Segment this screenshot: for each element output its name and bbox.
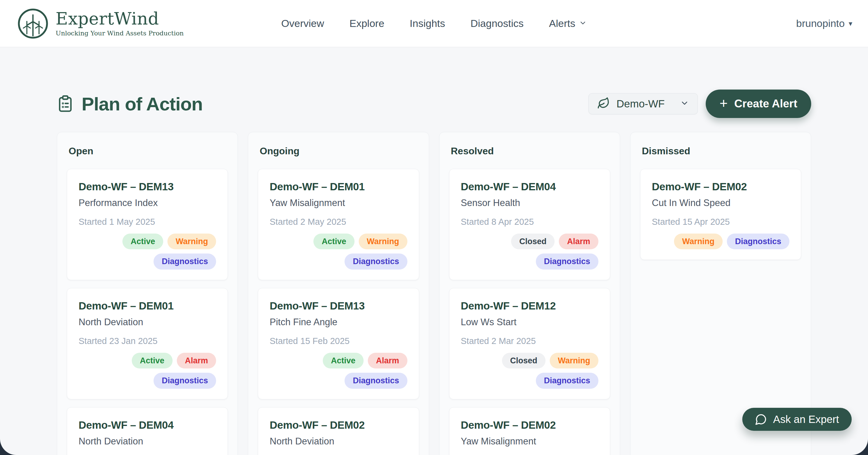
leaf-icon xyxy=(597,97,610,111)
badge-alarm: Alarm xyxy=(177,353,216,368)
nav-item-overview[interactable]: Overview xyxy=(281,18,324,29)
wind-farm-selector[interactable]: Demo-WF xyxy=(588,93,698,114)
create-alert-button[interactable]: + Create Alert xyxy=(706,89,811,118)
username: brunopinto xyxy=(796,18,845,29)
card-title: Demo-WF – DEM13 xyxy=(79,180,216,193)
card-subtitle: Sensor Health xyxy=(461,198,598,208)
badge-diagnostics: Diagnostics xyxy=(727,233,789,249)
badge-row: ActiveAlarmDiagnostics xyxy=(79,353,216,389)
card-subtitle: Performance Index xyxy=(79,198,216,208)
card-subtitle: Yaw Misalignment xyxy=(270,198,407,208)
card-subtitle: Cut In Wind Speed xyxy=(652,198,789,208)
top-nav: ExpertWind Unlocking Your Wind Assets Pr… xyxy=(0,0,868,47)
column-title: Dismissed xyxy=(642,145,801,157)
badge-active: Active xyxy=(323,353,364,368)
page-head: Plan of Action Demo-WF + Create Alert xyxy=(57,89,811,118)
badge-row: ActiveWarningDiagnostics xyxy=(79,233,216,269)
badge-active: Active xyxy=(132,353,173,368)
badge-diagnostics: Diagnostics xyxy=(154,373,216,389)
badge-active: Active xyxy=(313,233,354,249)
chat-bubble-icon xyxy=(755,413,767,425)
alert-card[interactable]: Demo-WF – DEM04Sensor HealthStarted 8 Ap… xyxy=(449,169,610,280)
badge-diagnostics: Diagnostics xyxy=(345,373,407,389)
badge-row: ClosedAlarmDiagnostics xyxy=(461,233,598,269)
badge-diagnostics: Diagnostics xyxy=(536,373,598,389)
column-resolved: ResolvedDemo-WF – DEM04Sensor HealthStar… xyxy=(439,132,620,455)
card-subtitle: Yaw Misalignment xyxy=(461,436,598,447)
ask-expert-button[interactable]: Ask an Expert xyxy=(742,408,852,431)
badge-warning: Warning xyxy=(359,233,407,249)
badge-warning: Warning xyxy=(674,233,723,249)
card-title: Demo-WF – DEM02 xyxy=(270,419,407,431)
user-menu[interactable]: brunopinto ▾ xyxy=(796,18,852,29)
badge-warning: Warning xyxy=(167,233,216,249)
alert-card[interactable]: Demo-WF – DEM13Performance IndexStarted … xyxy=(67,169,228,280)
alert-card[interactable]: Demo-WF – DEM02Yaw MisalignmentStarted 1… xyxy=(449,407,610,455)
badge-warning: Warning xyxy=(550,353,598,368)
card-title: Demo-WF – DEM01 xyxy=(270,180,407,193)
card-title: Demo-WF – DEM13 xyxy=(270,300,407,312)
badge-closed: Closed xyxy=(502,353,546,368)
alert-card[interactable]: Demo-WF – DEM13Pitch Fine AngleStarted 1… xyxy=(258,288,419,399)
plan-of-action-board: OpenDemo-WF – DEM13Performance IndexStar… xyxy=(57,132,811,455)
badge-closed: Closed xyxy=(511,233,555,249)
card-title: Demo-WF – DEM01 xyxy=(79,300,216,312)
alert-card[interactable]: Demo-WF – DEM02North DeviationStarted 23… xyxy=(258,407,419,455)
column-title: Resolved xyxy=(451,145,610,157)
card-title: Demo-WF – DEM04 xyxy=(461,180,598,193)
card-title: Demo-WF – DEM12 xyxy=(461,300,598,312)
card-start-date: Started 2 Mar 2025 xyxy=(461,336,598,346)
card-subtitle: North Deviation xyxy=(79,317,216,328)
badge-diagnostics: Diagnostics xyxy=(345,254,407,269)
card-start-date: Started 1 May 2025 xyxy=(79,217,216,227)
badge-active: Active xyxy=(122,233,163,249)
card-title: Demo-WF – DEM02 xyxy=(461,419,598,431)
column-dismissed: DismissedDemo-WF – DEM02Cut In Wind Spee… xyxy=(630,132,811,455)
alert-card[interactable]: Demo-WF – DEM12Low Ws StartStarted 2 Mar… xyxy=(449,288,610,399)
badge-row: ClosedWarningDiagnostics xyxy=(461,353,598,389)
column-ongoing: OngoingDemo-WF – DEM01Yaw MisalignmentSt… xyxy=(248,132,429,455)
nav-item-explore[interactable]: Explore xyxy=(349,18,384,29)
card-subtitle: North Deviation xyxy=(79,436,216,447)
nav-item-alerts[interactable]: Alerts xyxy=(549,18,587,29)
page-title: Plan of Action xyxy=(82,93,203,115)
wind-farm-selected-value: Demo-WF xyxy=(617,98,664,110)
card-title: Demo-WF – DEM04 xyxy=(79,419,216,431)
card-start-date: Started 15 Apr 2025 xyxy=(652,217,789,227)
card-start-date: Started 23 Jan 2025 xyxy=(79,336,216,346)
badge-row: ActiveWarningDiagnostics xyxy=(270,233,407,269)
nav-item-insights[interactable]: Insights xyxy=(410,18,445,29)
main-nav: Overview Explore Insights Diagnostics Al… xyxy=(281,0,587,47)
brand[interactable]: ExpertWind Unlocking Your Wind Assets Pr… xyxy=(17,7,184,39)
card-subtitle: Low Ws Start xyxy=(461,317,598,328)
badge-diagnostics: Diagnostics xyxy=(536,254,598,269)
card-start-date: Started 2 May 2025 xyxy=(270,217,407,227)
expertwind-logo-icon xyxy=(17,7,49,39)
brand-tagline: Unlocking Your Wind Assets Production xyxy=(56,30,184,37)
alert-card[interactable]: Demo-WF – DEM01Yaw MisalignmentStarted 2… xyxy=(258,169,419,280)
card-subtitle: North Deviation xyxy=(270,436,407,447)
badge-diagnostics: Diagnostics xyxy=(154,254,216,269)
card-start-date: Started 15 Feb 2025 xyxy=(270,336,407,346)
badge-row: WarningDiagnostics xyxy=(652,233,789,249)
caret-down-icon: ▾ xyxy=(849,19,852,28)
column-title: Open xyxy=(69,145,228,157)
card-subtitle: Pitch Fine Angle xyxy=(270,317,407,328)
alert-card[interactable]: Demo-WF – DEM02Cut In Wind SpeedStarted … xyxy=(640,169,801,260)
chevron-down-icon xyxy=(680,98,689,109)
plus-icon: + xyxy=(720,96,728,110)
nav-item-diagnostics[interactable]: Diagnostics xyxy=(471,18,524,29)
card-start-date: Started 8 Apr 2025 xyxy=(461,217,598,227)
badge-alarm: Alarm xyxy=(368,353,407,368)
badge-row: ActiveAlarmDiagnostics xyxy=(270,353,407,389)
alert-card[interactable]: Demo-WF – DEM01North DeviationStarted 23… xyxy=(67,288,228,399)
clipboard-list-icon xyxy=(57,94,74,113)
badge-alarm: Alarm xyxy=(559,233,598,249)
brand-name: ExpertWind xyxy=(56,10,184,28)
card-title: Demo-WF – DEM02 xyxy=(652,180,789,193)
chevron-down-icon xyxy=(579,18,587,29)
alert-card[interactable]: Demo-WF – DEM04North DeviationStarted 23… xyxy=(67,407,228,455)
column-open: OpenDemo-WF – DEM13Performance IndexStar… xyxy=(57,132,238,455)
column-title: Ongoing xyxy=(259,145,419,157)
